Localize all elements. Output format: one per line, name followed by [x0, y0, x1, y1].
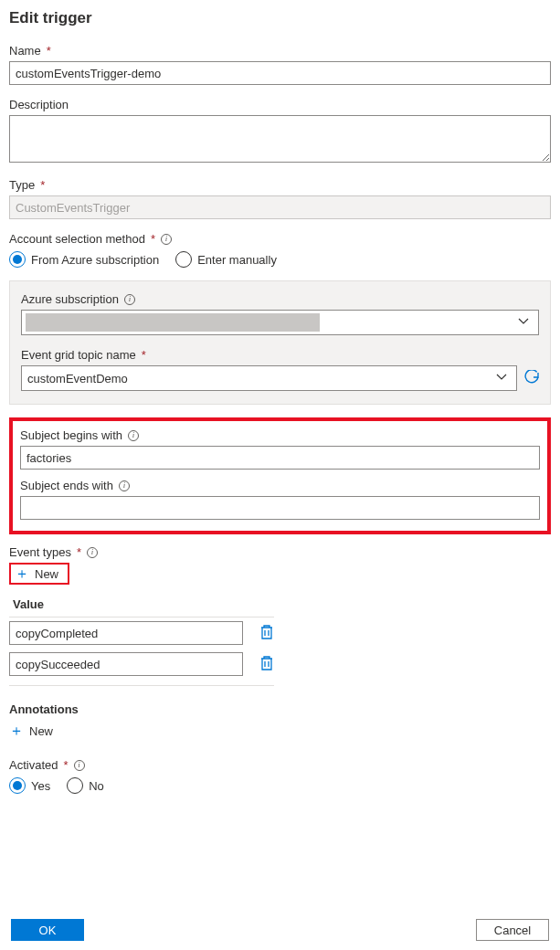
required-asterisk: * [47, 44, 51, 58]
azure-subscription-label-text: Azure subscription [21, 292, 119, 306]
plus-icon: ＋ [9, 723, 24, 738]
event-types-label: Event types * i [9, 545, 551, 559]
event-types-label-text: Event types [9, 545, 71, 559]
event-grid-topic-label-text: Event grid topic name [21, 348, 136, 362]
info-icon[interactable]: i [119, 480, 130, 491]
azure-subscription-label: Azure subscription i [21, 292, 539, 306]
description-textarea[interactable] [9, 115, 551, 163]
subject-ends-label-text: Subject ends with [20, 479, 113, 492]
subject-begins-group: Subject begins with i [20, 428, 540, 470]
event-type-row [9, 618, 274, 649]
activated-label: Activated * i [9, 758, 551, 772]
radio-enter-manually[interactable]: Enter manually [175, 251, 277, 268]
footer-bar: OK Cancel [0, 910, 560, 950]
plus-icon: ＋ [15, 566, 29, 581]
radio-activated-no-label: No [89, 779, 104, 793]
description-field-group: Description [9, 98, 551, 165]
type-label-text: Type [9, 178, 35, 192]
info-icon[interactable]: i [128, 430, 139, 441]
radio-activated-yes[interactable]: Yes [9, 777, 50, 794]
subject-filters-highlight: Subject begins with i Subject ends with … [9, 417, 551, 534]
redacted-subscription-value [26, 313, 320, 332]
required-asterisk: * [151, 232, 155, 246]
event-grid-topic-select[interactable]: customEventDemo [21, 365, 517, 391]
radio-enter-manually-label: Enter manually [197, 253, 277, 267]
account-method-label: Account selection method * i [9, 232, 551, 246]
radio-from-subscription[interactable]: From Azure subscription [9, 251, 159, 268]
type-label: Type * [9, 178, 551, 192]
event-types-new-label: New [35, 567, 58, 581]
radio-activated-no[interactable]: No [67, 777, 104, 794]
cancel-button[interactable]: Cancel [476, 919, 549, 941]
required-asterisk: * [63, 758, 68, 772]
chevron-down-icon [496, 372, 511, 385]
info-icon[interactable]: i [124, 294, 135, 305]
type-input-readonly: CustomEventsTrigger [9, 195, 551, 219]
event-grid-topic-value: customEventDemo [27, 372, 128, 385]
annotations-new-button[interactable]: ＋ New [9, 722, 53, 740]
subject-begins-label-text: Subject begins with [20, 428, 122, 442]
description-label-text: Description [9, 98, 69, 111]
required-asterisk: * [77, 545, 81, 559]
name-label: Name * [9, 44, 551, 58]
ok-button[interactable]: OK [11, 919, 84, 941]
chevron-down-icon [518, 316, 533, 330]
radio-from-subscription-label: From Azure subscription [31, 253, 159, 267]
required-asterisk: * [40, 178, 45, 192]
annotations-new-label: New [29, 724, 53, 738]
event-types-table: Value [9, 594, 274, 686]
event-types-group: Event types * i ＋ New Value [9, 545, 551, 686]
refresh-icon[interactable] [524, 370, 539, 387]
event-types-column-header: Value [9, 594, 274, 618]
event-grid-topic-group: Event grid topic name * customEventDemo [21, 348, 539, 391]
radio-circle-icon [175, 251, 192, 268]
description-label: Description [9, 98, 551, 111]
radio-circle-icon [9, 251, 26, 268]
delete-button[interactable] [259, 624, 274, 643]
event-type-row [9, 649, 274, 680]
subject-ends-label: Subject ends with i [20, 479, 540, 492]
panel-title: Edit trigger [9, 9, 551, 27]
subject-begins-input[interactable] [20, 446, 540, 470]
event-type-value-input[interactable] [9, 621, 243, 645]
subject-begins-label: Subject begins with i [20, 428, 540, 442]
info-icon[interactable]: i [74, 760, 85, 771]
delete-button[interactable] [259, 655, 274, 674]
subject-ends-input[interactable] [20, 496, 540, 520]
event-grid-topic-label: Event grid topic name * [21, 348, 539, 362]
subject-ends-group: Subject ends with i [20, 479, 540, 520]
activated-label-text: Activated [9, 758, 58, 772]
required-asterisk: * [142, 348, 146, 362]
subscription-block: Azure subscription i Event grid topic na… [9, 280, 551, 405]
info-icon[interactable]: i [161, 234, 172, 245]
activated-group: Activated * i Yes No [9, 758, 551, 794]
radio-activated-yes-label: Yes [31, 779, 50, 793]
account-method-label-text: Account selection method [9, 232, 145, 246]
event-type-value-input[interactable] [9, 652, 243, 676]
type-value: CustomEventsTrigger [16, 201, 130, 215]
azure-subscription-select[interactable] [21, 310, 539, 335]
event-types-new-button[interactable]: ＋ New [9, 563, 69, 585]
name-input[interactable] [9, 61, 551, 85]
annotations-group: Annotations ＋ New [9, 702, 551, 740]
account-method-group: Account selection method * i From Azure … [9, 232, 551, 268]
azure-subscription-group: Azure subscription i [21, 292, 539, 335]
type-field-group: Type * CustomEventsTrigger [9, 178, 551, 219]
annotations-label: Annotations [9, 702, 551, 716]
radio-circle-icon [9, 777, 26, 794]
info-icon[interactable]: i [87, 547, 98, 558]
radio-circle-icon [67, 777, 83, 794]
name-field-group: Name * [9, 44, 551, 85]
name-label-text: Name [9, 44, 41, 58]
